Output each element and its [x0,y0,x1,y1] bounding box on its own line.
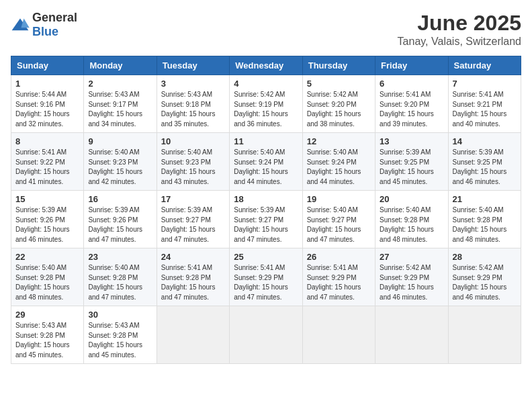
calendar-subtitle: Tanay, Valais, Switzerland [398,36,521,48]
table-row: 9 Sunrise: 5:40 AM Sunset: 9:23 PM Dayli… [84,133,157,191]
day-number: 21 [453,194,517,204]
day-detail: Sunrise: 5:42 AM Sunset: 9:20 PM Dayligh… [307,90,371,129]
day-detail: Sunrise: 5:43 AM Sunset: 9:17 PM Dayligh… [88,90,152,129]
day-detail: Sunrise: 5:41 AM Sunset: 9:22 PM Dayligh… [15,148,79,187]
day-detail: Sunrise: 5:42 AM Sunset: 9:29 PM Dayligh… [380,263,443,302]
table-row: 3 Sunrise: 5:43 AM Sunset: 9:18 PM Dayli… [157,75,229,133]
day-number: 11 [234,136,298,146]
table-row: 13 Sunrise: 5:39 AM Sunset: 9:25 PM Dayl… [375,133,448,191]
table-row: 19 Sunrise: 5:40 AM Sunset: 9:27 PM Dayl… [302,191,375,248]
day-number: 13 [380,136,443,146]
col-monday: Monday [84,56,157,75]
day-detail: Sunrise: 5:40 AM Sunset: 9:23 PM Dayligh… [88,148,152,187]
table-row: 7 Sunrise: 5:41 AM Sunset: 9:21 PM Dayli… [448,75,521,133]
logo-icon [11,17,30,32]
day-number: 17 [161,194,225,204]
day-detail: Sunrise: 5:40 AM Sunset: 9:28 PM Dayligh… [453,205,517,244]
day-number: 9 [88,136,152,146]
day-detail: Sunrise: 5:42 AM Sunset: 9:29 PM Dayligh… [453,263,517,302]
logo: General Blue [11,11,77,39]
day-number: 22 [15,252,79,262]
table-row: 24 Sunrise: 5:41 AM Sunset: 9:28 PM Dayl… [157,248,229,306]
day-detail: Sunrise: 5:40 AM Sunset: 9:28 PM Dayligh… [15,263,79,302]
day-number: 24 [161,252,225,262]
day-number: 30 [88,310,152,320]
col-thursday: Thursday [302,56,375,75]
day-detail: Sunrise: 5:41 AM Sunset: 9:29 PM Dayligh… [234,263,298,302]
table-row [448,306,521,364]
day-detail: Sunrise: 5:40 AM Sunset: 9:24 PM Dayligh… [307,148,371,187]
day-number: 1 [15,79,79,89]
calendar-week-row: 8 Sunrise: 5:41 AM Sunset: 9:22 PM Dayli… [11,133,521,191]
day-detail: Sunrise: 5:42 AM Sunset: 9:19 PM Dayligh… [234,90,298,129]
logo-general: General [32,11,77,24]
day-detail: Sunrise: 5:39 AM Sunset: 9:27 PM Dayligh… [234,205,298,244]
day-detail: Sunrise: 5:40 AM Sunset: 9:28 PM Dayligh… [88,263,152,302]
day-detail: Sunrise: 5:41 AM Sunset: 9:28 PM Dayligh… [161,263,225,302]
day-number: 12 [307,136,371,146]
table-row: 8 Sunrise: 5:41 AM Sunset: 9:22 PM Dayli… [11,133,84,191]
title-area: June 2025 Tanay, Valais, Switzerland [398,11,521,48]
day-detail: Sunrise: 5:41 AM Sunset: 9:21 PM Dayligh… [453,90,517,129]
table-row: 29 Sunrise: 5:43 AM Sunset: 9:28 PM Dayl… [11,306,84,364]
col-tuesday: Tuesday [157,56,229,75]
col-saturday: Saturday [448,56,521,75]
table-row: 20 Sunrise: 5:40 AM Sunset: 9:28 PM Dayl… [375,191,448,248]
day-detail: Sunrise: 5:40 AM Sunset: 9:23 PM Dayligh… [161,148,225,187]
table-row: 17 Sunrise: 5:39 AM Sunset: 9:27 PM Dayl… [157,191,229,248]
day-number: 16 [88,194,152,204]
day-detail: Sunrise: 5:39 AM Sunset: 9:25 PM Dayligh… [380,148,443,187]
table-row: 18 Sunrise: 5:39 AM Sunset: 9:27 PM Dayl… [230,191,302,248]
col-wednesday: Wednesday [230,56,302,75]
table-row: 5 Sunrise: 5:42 AM Sunset: 9:20 PM Dayli… [302,75,375,133]
table-row: 27 Sunrise: 5:42 AM Sunset: 9:29 PM Dayl… [375,248,448,306]
table-row [157,306,229,364]
table-row: 15 Sunrise: 5:39 AM Sunset: 9:26 PM Dayl… [11,191,84,248]
day-number: 14 [453,136,517,146]
day-number: 3 [161,79,225,89]
day-detail: Sunrise: 5:43 AM Sunset: 9:28 PM Dayligh… [15,321,79,360]
table-row: 23 Sunrise: 5:40 AM Sunset: 9:28 PM Dayl… [84,248,157,306]
day-number: 26 [307,252,371,262]
day-number: 20 [380,194,443,204]
table-row: 22 Sunrise: 5:40 AM Sunset: 9:28 PM Dayl… [11,248,84,306]
table-row: 30 Sunrise: 5:43 AM Sunset: 9:28 PM Dayl… [84,306,157,364]
calendar-week-row: 29 Sunrise: 5:43 AM Sunset: 9:28 PM Dayl… [11,306,521,364]
table-row [230,306,302,364]
day-number: 29 [15,310,79,320]
table-row: 16 Sunrise: 5:39 AM Sunset: 9:26 PM Dayl… [84,191,157,248]
table-row: 21 Sunrise: 5:40 AM Sunset: 9:28 PM Dayl… [448,191,521,248]
day-detail: Sunrise: 5:41 AM Sunset: 9:20 PM Dayligh… [380,90,443,129]
page-header: General Blue June 2025 Tanay, Valais, Sw… [11,11,521,48]
table-row: 14 Sunrise: 5:39 AM Sunset: 9:25 PM Dayl… [448,133,521,191]
calendar-table: Sunday Monday Tuesday Wednesday Thursday… [11,56,521,364]
calendar-week-row: 22 Sunrise: 5:40 AM Sunset: 9:28 PM Dayl… [11,248,521,306]
day-number: 25 [234,252,298,262]
table-row [375,306,448,364]
table-row: 26 Sunrise: 5:41 AM Sunset: 9:29 PM Dayl… [302,248,375,306]
day-detail: Sunrise: 5:39 AM Sunset: 9:26 PM Dayligh… [15,205,79,244]
calendar-header-row: Sunday Monday Tuesday Wednesday Thursday… [11,56,521,75]
col-friday: Friday [375,56,448,75]
calendar-week-row: 1 Sunrise: 5:44 AM Sunset: 9:16 PM Dayli… [11,75,521,133]
day-detail: Sunrise: 5:39 AM Sunset: 9:27 PM Dayligh… [161,205,225,244]
calendar-title: June 2025 [398,11,521,36]
day-number: 19 [307,194,371,204]
table-row: 11 Sunrise: 5:40 AM Sunset: 9:24 PM Dayl… [230,133,302,191]
day-detail: Sunrise: 5:39 AM Sunset: 9:25 PM Dayligh… [453,148,517,187]
table-row: 2 Sunrise: 5:43 AM Sunset: 9:17 PM Dayli… [84,75,157,133]
table-row: 6 Sunrise: 5:41 AM Sunset: 9:20 PM Dayli… [375,75,448,133]
calendar-week-row: 15 Sunrise: 5:39 AM Sunset: 9:26 PM Dayl… [11,191,521,248]
day-number: 5 [307,79,371,89]
day-number: 15 [15,194,79,204]
col-sunday: Sunday [11,56,84,75]
day-detail: Sunrise: 5:40 AM Sunset: 9:24 PM Dayligh… [234,148,298,187]
day-number: 2 [88,79,152,89]
day-number: 4 [234,79,298,89]
table-row: 1 Sunrise: 5:44 AM Sunset: 9:16 PM Dayli… [11,75,84,133]
day-detail: Sunrise: 5:44 AM Sunset: 9:16 PM Dayligh… [15,90,79,129]
table-row: 4 Sunrise: 5:42 AM Sunset: 9:19 PM Dayli… [230,75,302,133]
day-number: 28 [453,252,517,262]
day-detail: Sunrise: 5:43 AM Sunset: 9:18 PM Dayligh… [161,90,225,129]
day-number: 27 [380,252,443,262]
